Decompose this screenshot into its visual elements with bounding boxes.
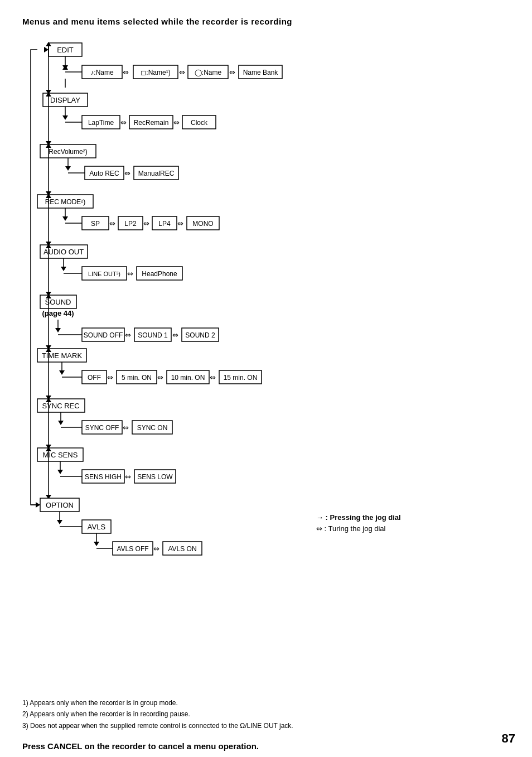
svg-text:⇔ : Turing the jog dial: ⇔ : Turing the jog dial (316, 524, 386, 533)
svg-text:(page 44): (page 44) (42, 309, 74, 317)
svg-text:⇔: ⇔ (123, 423, 129, 432)
svg-text:SENS LOW: SENS LOW (137, 473, 173, 481)
svg-text:⇔: ⇔ (124, 169, 130, 177)
svg-text:Auto REC: Auto REC (89, 170, 119, 177)
svg-text:ManualREC: ManualREC (138, 170, 175, 177)
svg-marker-53 (62, 216, 68, 221)
footnote-3: 3) Does not appear when the supplied rem… (22, 720, 510, 731)
svg-text:⇔: ⇔ (179, 68, 185, 76)
page-number: 87 (502, 731, 515, 746)
svg-text:⇔: ⇔ (109, 219, 115, 228)
svg-marker-149 (57, 520, 62, 524)
svg-text:LINE OUT³): LINE OUT³) (88, 271, 120, 277)
footnote-2: 2) Appears only when the recorder is in … (22, 708, 510, 720)
svg-marker-134 (57, 470, 63, 474)
svg-text:⇔: ⇔ (229, 68, 235, 76)
svg-marker-121 (58, 421, 64, 425)
svg-text:AUDIO OUT: AUDIO OUT (43, 248, 84, 256)
svg-text:⇔: ⇔ (157, 373, 163, 382)
svg-text:SYNC OFF: SYNC OFF (85, 424, 119, 432)
page-title: Menus and menu items selected while the … (22, 17, 510, 26)
svg-marker-40 (65, 166, 71, 171)
svg-text:RecRemain: RecRemain (134, 119, 169, 127)
svg-text:⇔: ⇔ (153, 544, 159, 553)
svg-text:⇔: ⇔ (172, 331, 178, 339)
svg-text:REC MODE²): REC MODE²) (45, 198, 86, 206)
footnotes: 1) Appears only when the recorder is in … (22, 697, 510, 731)
menu-diagram: EDIT ♪:Name ⇔ ◻:Name¹) ⇔ ◯:Name ⇔ Name B… (26, 37, 506, 684)
footnote-1: 1) Appears only when the recorder is in … (22, 697, 510, 708)
svg-text:Clock: Clock (191, 119, 208, 127)
svg-text:SP: SP (91, 220, 100, 228)
svg-text:LP2: LP2 (124, 220, 137, 228)
svg-text:HeadPhone: HeadPhone (142, 270, 177, 278)
svg-text:→ : Pressing the jog dial: → : Pressing the jog dial (316, 513, 401, 522)
svg-text:AVLS ON: AVLS ON (168, 545, 196, 553)
press-cancel: Press CANCEL on the recorder to cancel a… (22, 741, 510, 751)
svg-marker-24 (62, 115, 68, 120)
svg-text:⇔: ⇔ (173, 118, 180, 127)
svg-text:⇔: ⇔ (125, 331, 131, 339)
svg-text:⇔: ⇔ (177, 219, 183, 228)
svg-marker-72 (61, 267, 66, 271)
svg-text:⇔: ⇔ (123, 68, 129, 76)
svg-text:LapTime: LapTime (88, 119, 114, 127)
svg-text:OFF: OFF (88, 374, 101, 382)
svg-text:15 min. ON: 15 min. ON (224, 374, 258, 382)
svg-text:10 min. ON: 10 min. ON (171, 374, 205, 382)
svg-text:⇔: ⇔ (107, 373, 113, 382)
svg-text:SYNC REC: SYNC REC (42, 402, 79, 410)
svg-text:◻:Name¹): ◻:Name¹) (141, 69, 170, 76)
svg-text:TIME MARK: TIME MARK (42, 351, 83, 360)
svg-text:AVLS OFF: AVLS OFF (117, 545, 148, 553)
svg-text:Name Bank: Name Bank (243, 69, 279, 76)
svg-text:♪:Name: ♪:Name (90, 69, 114, 76)
svg-text:SYNC ON: SYNC ON (137, 424, 168, 432)
svg-text:⇔: ⇔ (125, 472, 131, 481)
svg-marker-86 (55, 328, 61, 332)
svg-text:⇔: ⇔ (210, 373, 216, 382)
svg-text:SOUND 1: SOUND 1 (138, 331, 168, 339)
svg-text:AVLS: AVLS (88, 523, 106, 531)
svg-text:MONO: MONO (192, 220, 213, 228)
svg-text:⇔: ⇔ (120, 118, 127, 127)
svg-marker-153 (94, 542, 99, 546)
svg-text:EDIT: EDIT (57, 46, 74, 54)
svg-marker-102 (59, 370, 65, 375)
svg-text:RecVolume²): RecVolume²) (49, 148, 87, 156)
svg-text:SOUND OFF: SOUND OFF (84, 331, 123, 339)
svg-text:⇔: ⇔ (127, 269, 133, 278)
diagram-container: EDIT ♪:Name ⇔ ◻:Name¹) ⇔ ◯:Name ⇔ Name B… (26, 37, 506, 686)
svg-text:DISPLAY: DISPLAY (50, 96, 80, 104)
svg-text:LP4: LP4 (158, 220, 171, 228)
svg-text:OPTION: OPTION (46, 501, 74, 509)
svg-text:MIC SENS: MIC SENS (43, 451, 78, 459)
svg-text:SENS HIGH: SENS HIGH (85, 473, 122, 481)
svg-text:⇔: ⇔ (143, 219, 149, 228)
svg-text:◯:Name: ◯:Name (195, 69, 222, 76)
svg-marker-147 (44, 47, 49, 52)
svg-text:SOUND 2: SOUND 2 (185, 331, 215, 339)
svg-text:5 min. ON: 5 min. ON (122, 374, 152, 382)
